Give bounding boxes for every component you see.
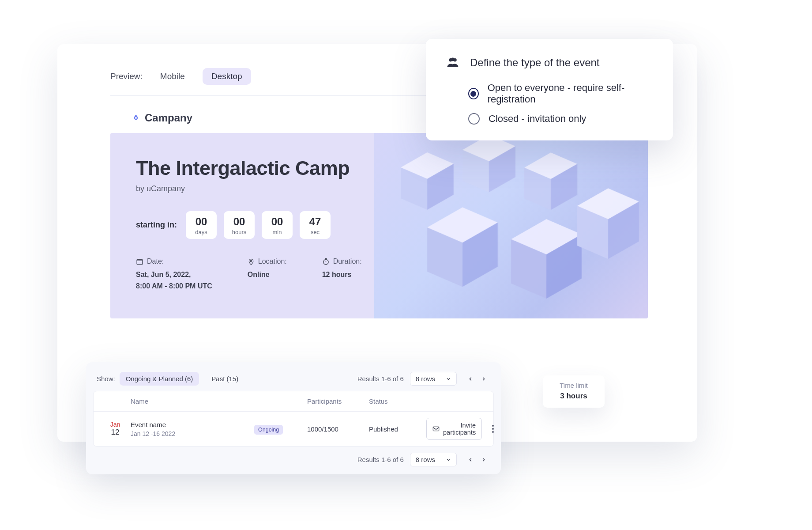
countdown-min-value: 00 <box>262 216 293 228</box>
countdown-hours-value: 00 <box>224 216 255 228</box>
events-table-card: Show: Ongoing & Planned (6) Past (15) Re… <box>86 362 501 474</box>
row-event-name: Event name <box>131 421 254 428</box>
event-type-option-open-label: Open to everyone - require self-registra… <box>488 82 653 105</box>
chevron-down-icon <box>446 376 451 382</box>
event-date-line2: 8:00 AM - 8:00 PM UTC <box>136 280 212 292</box>
event-location-block: Location: Online <box>248 257 287 292</box>
svg-rect-19 <box>137 259 143 264</box>
countdown-days-value: 00 <box>186 216 217 228</box>
chevron-down-icon <box>446 457 451 462</box>
rows-per-page-select-bottom[interactable]: 8 rows <box>410 453 457 466</box>
table-toolbar-bottom: Results 1-6 of 6 8 rows <box>93 447 494 468</box>
countdown-hours-unit: hours <box>224 229 255 235</box>
svg-rect-25 <box>433 427 439 431</box>
event-hero: The Intergalactic Camp by uCampany start… <box>110 133 648 318</box>
invite-participants-label: Invite participants <box>443 422 476 436</box>
page-prev-top[interactable] <box>464 372 477 386</box>
countdown-min: 00 min <box>262 211 293 239</box>
starting-in-label: starting in: <box>136 220 177 230</box>
countdown-min-unit: min <box>262 229 293 235</box>
event-type-card: Define the type of the event Open to eve… <box>426 39 673 140</box>
rows-per-page-value-bottom: 8 rows <box>416 456 435 463</box>
svg-point-0 <box>135 117 137 119</box>
page-next-bottom[interactable] <box>477 453 490 466</box>
rows-per-page-select-top[interactable]: 8 rows <box>410 372 457 386</box>
event-location-label: Location: <box>258 257 287 265</box>
countdown-days: 00 days <box>186 211 217 239</box>
hero-art <box>374 133 648 318</box>
row-name-cell: Event name Jan 12 -16 2022 <box>131 421 254 437</box>
stopwatch-icon <box>322 258 330 265</box>
filter-ongoing-planned[interactable]: Ongoing & Planned (6) <box>120 372 199 386</box>
col-name: Name <box>131 398 254 405</box>
event-type-option-closed[interactable]: Closed - invitation only <box>468 113 653 125</box>
event-type-title: Define the type of the event <box>470 57 600 69</box>
countdown-days-unit: days <box>186 229 217 235</box>
row-status: Published <box>369 425 426 433</box>
table-toolbar-top: Show: Ongoing & Planned (6) Past (15) Re… <box>93 370 494 391</box>
row-day: 12 <box>100 428 131 437</box>
time-limit-chip: Time limit 3 hours <box>543 375 605 408</box>
time-limit-label: Time limit <box>543 382 605 389</box>
col-status: Status <box>369 398 426 405</box>
radio-unchecked-icon <box>468 113 480 125</box>
results-text-bottom: Results 1-6 of 6 <box>357 456 404 463</box>
svg-point-20 <box>250 260 252 261</box>
event-date-line1: Sat, Jun 5, 2022, <box>136 269 212 280</box>
envelope-icon <box>432 426 440 432</box>
time-limit-value: 3 hours <box>543 392 605 401</box>
row-badge-cell: Ongoing <box>254 425 307 433</box>
filter-past[interactable]: Past (15) <box>205 372 244 386</box>
table-row[interactable]: Jan 12 Event name Jan 12 -16 2022 Ongoin… <box>94 412 493 446</box>
event-type-option-open[interactable]: Open to everyone - require self-registra… <box>468 82 653 105</box>
page-next-top[interactable] <box>477 372 490 386</box>
col-participants: Participants <box>307 398 369 405</box>
results-text-top: Results 1-6 of 6 <box>357 375 404 382</box>
preview-mobile-tab[interactable]: Mobile <box>151 68 194 85</box>
event-duration-value: 12 hours <box>322 269 362 280</box>
rows-per-page-value-top: 8 rows <box>416 375 435 382</box>
event-duration-label: Duration: <box>333 257 362 265</box>
row-date-range: Jan 12 -16 2022 <box>131 430 254 437</box>
svg-point-21 <box>323 259 328 264</box>
people-icon <box>446 57 459 69</box>
table-header: Name Participants Status <box>94 391 493 412</box>
brand-name: Campany <box>145 112 192 124</box>
show-label: Show: <box>97 375 115 382</box>
countdown-sec-unit: sec <box>300 229 331 235</box>
event-date-block: Date: Sat, Jun 5, 2022, 8:00 AM - 8:00 P… <box>136 257 212 292</box>
brand-logo-icon <box>132 114 140 122</box>
location-pin-icon <box>248 258 255 265</box>
page-prev-bottom[interactable] <box>464 453 477 466</box>
row-participants: 1000/1500 <box>307 425 369 433</box>
event-date-label: Date: <box>147 257 164 265</box>
status-badge-ongoing: Ongoing <box>254 425 283 435</box>
events-table: Name Participants Status Jan 12 Event na… <box>93 391 494 447</box>
row-date-cell: Jan 12 <box>100 421 131 437</box>
preview-label: Preview: <box>110 72 143 81</box>
row-month: Jan <box>100 421 131 428</box>
row-more-menu[interactable] <box>482 425 504 433</box>
countdown-sec: 47 sec <box>300 211 331 239</box>
preview-desktop-tab[interactable]: Desktop <box>203 68 251 85</box>
event-type-title-row: Define the type of the event <box>446 57 653 69</box>
radio-checked-icon <box>468 88 479 99</box>
svg-point-24 <box>451 58 455 61</box>
countdown-hours: 00 hours <box>224 211 255 239</box>
event-location-value: Online <box>248 269 287 280</box>
countdown-sec-value: 47 <box>300 216 331 228</box>
invite-participants-button[interactable]: Invite participants <box>426 418 482 440</box>
event-type-option-closed-label: Closed - invitation only <box>489 113 586 125</box>
calendar-icon <box>136 258 143 265</box>
event-duration-block: Duration: 12 hours <box>322 257 362 292</box>
